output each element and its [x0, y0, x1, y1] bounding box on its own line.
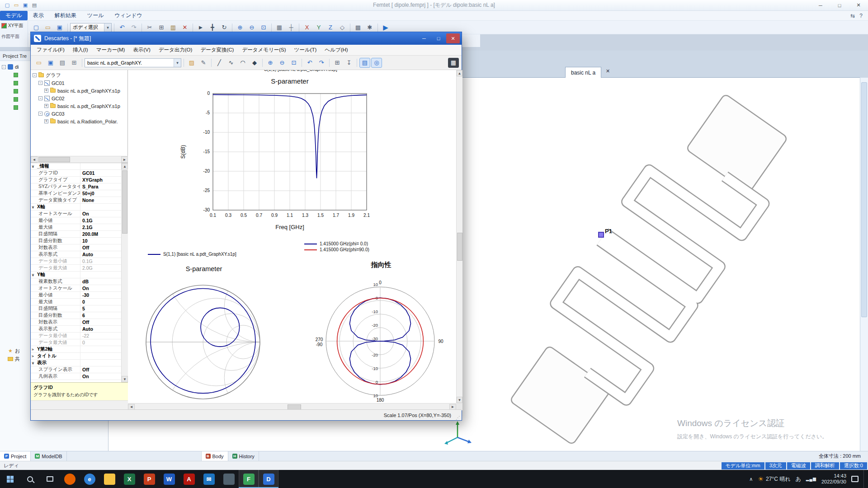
property-row-データ最大値[interactable]: データ最大値0	[31, 339, 121, 346]
property-row-最小値[interactable]: 最小値0.1G	[31, 217, 121, 224]
property-row-対数表示[interactable]: 対数表示Off	[31, 319, 121, 326]
copy-chart-icon[interactable]: ⊞	[332, 58, 343, 68]
save-icon[interactable]: ▣	[45, 58, 56, 68]
meander-dipole-shape[interactable]	[495, 83, 803, 451]
property-row-目盛分割数[interactable]: 目盛分割数6	[31, 312, 121, 319]
data-source-combo[interactable]: basic nL a.pdt_GraphXY.▾	[85, 58, 181, 67]
property-row-Y軸[interactable]: ∨Y軸	[31, 272, 121, 278]
taskbar-app-word[interactable]: W	[159, 470, 179, 488]
undo-icon[interactable]: ↶	[117, 23, 127, 33]
taskbar-app-explorer[interactable]	[99, 470, 119, 488]
tab-modeldb[interactable]: M ModelDB	[31, 451, 66, 461]
close-button[interactable]: ✕	[849, 0, 868, 10]
menu-item-表示[interactable]: 表示	[28, 11, 49, 20]
graph-tree-item[interactable]: +basic nL a.pdt_GraphXY.s1p	[31, 102, 128, 110]
property-row-スプライン表示[interactable]: スプライン表示Off	[31, 366, 121, 373]
property-row-基準インピーダンス[interactable]: 基準インピーダンス50+j0	[31, 190, 121, 197]
ime-indicator[interactable]: あ	[795, 475, 801, 483]
property-row-X軸[interactable]: ∨X軸	[31, 204, 121, 211]
expanded-arrow-icon[interactable]: ∨	[32, 205, 36, 209]
scrollbar-thumb[interactable]	[38, 157, 70, 162]
menu-item-データ出力(O)[interactable]: データ出力(O)	[155, 45, 197, 55]
task-view-button[interactable]	[40, 470, 60, 488]
open-icon[interactable]: ▭	[42, 23, 53, 33]
arc-icon[interactable]: ◠	[237, 58, 248, 68]
menu-item-ヘルプ(H)[interactable]: ヘルプ(H)	[321, 45, 352, 55]
menu-item-挿入(I)[interactable]: 挿入(I)	[69, 45, 92, 55]
menu-item-表示(V)[interactable]: 表示(V)	[129, 45, 154, 55]
property-row-タイトル[interactable]: >タイトル	[31, 353, 121, 360]
zoom-out-icon[interactable]: ⊖	[246, 23, 257, 33]
add-data-icon[interactable]: ▨	[186, 58, 197, 68]
edit-icon[interactable]: ✎	[198, 58, 209, 68]
open-icon[interactable]: ▭	[33, 58, 44, 68]
menu-item-ファイル(F)[interactable]: ファイル(F)	[33, 45, 69, 55]
graph-view[interactable]: S(1,1) [basic nL a.pdt_GraphXY.s1p] 0.10…	[128, 70, 456, 403]
taskbar-app-browser-blue[interactable]: e	[80, 470, 99, 488]
body-select-combo[interactable]: ボディ選択▾	[70, 23, 112, 32]
zoom-fit-icon[interactable]: ⊡	[258, 23, 269, 33]
property-vertical-scrollbar[interactable]: ▲ ▼	[121, 163, 128, 382]
zoom-fit-icon[interactable]: ⊡	[288, 58, 299, 68]
action-center-icon[interactable]	[851, 476, 859, 482]
property-row-データ最小値[interactable]: データ最小値0.1G	[31, 258, 121, 265]
weather-widget[interactable]: ☀ 27°C 晴れ	[758, 475, 790, 483]
cut-icon[interactable]: ✂	[144, 23, 155, 33]
menu-item-ツール(T)[interactable]: ツール(T)	[290, 45, 321, 55]
grid-settings-icon[interactable]: ▦	[448, 58, 459, 68]
tray-overflow-icon[interactable]: ∧	[749, 476, 753, 482]
property-row-凡例表示[interactable]: 凡例表示On	[31, 373, 121, 380]
taskbar-app-femtet[interactable]: F	[239, 470, 259, 488]
taskbar-app-firefox[interactable]	[60, 470, 80, 488]
property-row-_情報[interactable]: ∨_情報	[31, 163, 121, 170]
taskbar-app-powerpoint[interactable]: P	[139, 470, 159, 488]
property-row-グラフタイプ[interactable]: グラフタイプXYGraph	[31, 177, 121, 183]
property-row-最大値[interactable]: 最大値0	[31, 299, 121, 305]
redo-icon[interactable]: ↷	[316, 58, 327, 68]
delete-icon[interactable]: ✕	[179, 23, 190, 33]
menu-item-ツール[interactable]: ツール	[82, 11, 109, 20]
view-x-icon[interactable]: X	[302, 23, 312, 33]
network-signal-icon[interactable]: ▂▄▆	[806, 477, 816, 481]
spline-icon[interactable]: ∿	[226, 58, 236, 68]
property-row-表示形式[interactable]: 表示形式Auto	[31, 251, 121, 258]
collapse-icon[interactable]: -	[38, 112, 42, 116]
settings-icon[interactable]: ✱	[364, 23, 375, 33]
graph-tree-item[interactable]: +basic nL a.pdt_GraphXY.s1p	[31, 87, 128, 94]
zoom-in-icon[interactable]: ⊕	[265, 58, 276, 68]
copy-icon[interactable]: ⊞	[156, 23, 167, 33]
undo-icon[interactable]: ↶	[304, 58, 315, 68]
model-tab[interactable]: basic nL a	[565, 67, 601, 78]
new-icon[interactable]: ▢	[31, 23, 42, 33]
start-button[interactable]	[0, 470, 20, 488]
property-row-複素数形式[interactable]: 複素数形式dB	[31, 278, 121, 285]
graph-vertical-scrollbar[interactable]: ▲ ▼	[456, 70, 462, 403]
scroll-up-icon[interactable]: ▲	[457, 70, 462, 76]
graph-tree-item[interactable]: -グラフ	[31, 71, 128, 79]
redo-icon[interactable]: ↷	[128, 23, 139, 33]
minimize-button[interactable]: ─	[417, 33, 431, 43]
scrollbar-thumb[interactable]	[457, 233, 462, 261]
scroll-up-icon[interactable]: ▲	[122, 163, 128, 169]
help-icon[interactable]: ?	[859, 13, 863, 19]
clock[interactable]: 14:43 2022/09/30	[821, 473, 846, 485]
canvas-vertical-scrollbar[interactable]	[860, 78, 868, 451]
save-icon[interactable]: ▣	[22, 2, 29, 9]
taskbar-app-excel[interactable]: X	[119, 470, 139, 488]
close-button[interactable]: ✕	[446, 33, 460, 43]
menu-item-データメモリー(S)[interactable]: データメモリー(S)	[238, 45, 290, 55]
collapse-icon[interactable]: -	[38, 96, 42, 100]
minimize-button[interactable]: ─	[811, 0, 830, 10]
xy-plane-button[interactable]: XY平面	[0, 21, 28, 31]
menu-item-解析結果[interactable]: 解析結果	[49, 11, 82, 20]
maximize-button[interactable]: □	[432, 33, 445, 43]
property-row-目盛間隔[interactable]: 目盛間隔200.0M	[31, 231, 121, 238]
window-arrange-icon[interactable]: ⇆	[850, 13, 855, 19]
collapse-icon[interactable]: -	[33, 73, 37, 77]
mesh-icon[interactable]: ▩	[353, 23, 363, 33]
property-row-Y第2軸[interactable]: >Y第2軸	[31, 346, 121, 353]
collapse-icon[interactable]: -	[2, 65, 6, 69]
property-row-データ最小値[interactable]: データ最小値-22	[31, 333, 121, 339]
line-style-icon[interactable]: ╱	[214, 58, 225, 68]
property-row-オートスケール[interactable]: オートスケールOn	[31, 211, 121, 217]
